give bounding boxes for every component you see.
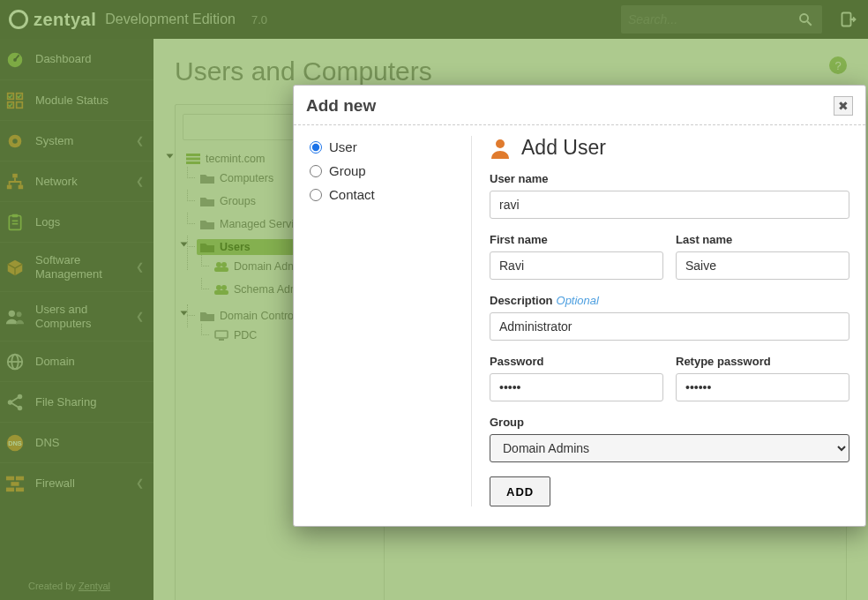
form-title: Add User bbox=[521, 136, 606, 160]
label-group: Group bbox=[490, 416, 849, 429]
user-icon bbox=[490, 138, 511, 159]
optional-text: Optional bbox=[557, 294, 599, 307]
description-input[interactable] bbox=[490, 312, 849, 341]
retype-password-input[interactable] bbox=[676, 373, 849, 401]
username-input[interactable] bbox=[490, 191, 849, 219]
type-option-group[interactable]: Group bbox=[310, 163, 471, 178]
modal-header: Add new ✖ bbox=[294, 86, 865, 125]
add-button[interactable]: ADD bbox=[490, 476, 550, 506]
close-icon: ✖ bbox=[838, 99, 849, 113]
type-label: Group bbox=[329, 163, 366, 178]
type-radio-user[interactable] bbox=[310, 141, 322, 154]
label-text: Description bbox=[490, 294, 553, 307]
type-radio-group[interactable] bbox=[310, 165, 322, 177]
modal-close-button[interactable]: ✖ bbox=[834, 96, 853, 116]
label-firstname: First name bbox=[490, 233, 663, 246]
modal-title: Add new bbox=[306, 96, 376, 116]
type-option-contact[interactable]: Contact bbox=[310, 187, 471, 202]
type-radio-contact[interactable] bbox=[310, 189, 322, 201]
label-retype: Retype password bbox=[676, 355, 849, 368]
firstname-input[interactable] bbox=[490, 251, 663, 280]
password-input[interactable] bbox=[490, 373, 663, 401]
label-lastname: Last name bbox=[676, 233, 849, 246]
add-user-form: Add User User name First name Last name … bbox=[472, 136, 849, 506]
group-select[interactable]: Domain Admins bbox=[490, 434, 849, 462]
label-description: DescriptionOptional bbox=[490, 294, 849, 307]
add-new-modal: Add new ✖ User Group Contact Add User Us… bbox=[293, 85, 866, 527]
label-password: Password bbox=[490, 355, 663, 368]
entity-type-selector: User Group Contact bbox=[310, 136, 472, 506]
svg-point-44 bbox=[496, 139, 505, 148]
type-label: Contact bbox=[329, 187, 375, 202]
label-username: User name bbox=[490, 172, 849, 185]
type-label: User bbox=[329, 139, 357, 154]
type-option-user[interactable]: User bbox=[310, 139, 471, 154]
lastname-input[interactable] bbox=[676, 251, 849, 280]
